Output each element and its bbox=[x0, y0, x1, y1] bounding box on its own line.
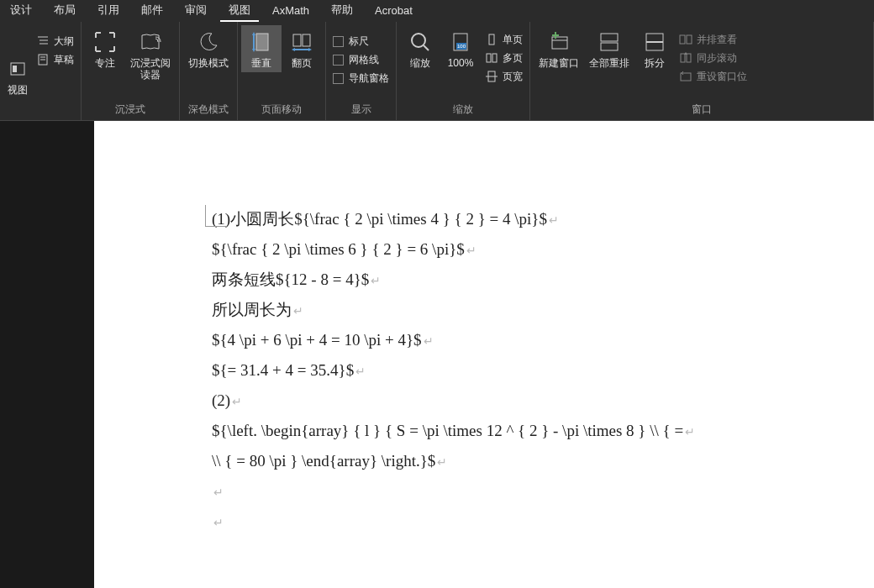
moon-icon bbox=[195, 29, 222, 55]
arrange-all-icon bbox=[596, 29, 623, 55]
svg-point-17 bbox=[412, 34, 425, 47]
doc-line: ${\left. \begin{array} { l } { S = \pi \… bbox=[145, 417, 840, 447]
views-button[interactable]: 视图 bbox=[3, 52, 32, 99]
zoom-icon bbox=[407, 29, 434, 55]
navpane-label: 导航窗格 bbox=[349, 71, 389, 86]
switch-label: 切换模式 bbox=[188, 57, 229, 69]
cursor-indicator bbox=[205, 205, 227, 227]
new-window-icon bbox=[545, 29, 572, 55]
flip-label: 翻页 bbox=[292, 57, 312, 69]
vertical-label: 垂直 bbox=[251, 57, 271, 69]
zoom-button[interactable]: 缩放 bbox=[400, 25, 440, 72]
split-icon bbox=[641, 29, 668, 55]
side-by-side-button[interactable]: 并排查看 bbox=[675, 30, 750, 49]
ruler-checkbox[interactable]: 标尺 bbox=[329, 32, 392, 50]
focus-label: 专注 bbox=[95, 57, 115, 69]
return-mark: ↵ bbox=[424, 335, 434, 348]
doc-line: (1)小圆周长${\frac { 2 \pi \times 4 } { 2 } … bbox=[145, 205, 840, 235]
menu-references[interactable]: 引用 bbox=[89, 0, 128, 22]
sync-scroll-button[interactable]: 同步滚动 bbox=[675, 49, 750, 67]
checkbox-icon bbox=[333, 36, 344, 47]
arrange-all-button[interactable]: 全部重排 bbox=[584, 25, 634, 72]
reset-window-button[interactable]: 重设窗口位 bbox=[675, 67, 750, 86]
views-icon bbox=[4, 55, 31, 82]
single-page-icon bbox=[484, 32, 499, 47]
focus-button[interactable]: 专注 bbox=[85, 25, 125, 72]
menu-mailings[interactable]: 邮件 bbox=[133, 0, 171, 22]
svg-rect-8 bbox=[256, 34, 268, 50]
menu-acrobat[interactable]: Acrobat bbox=[366, 2, 421, 21]
svg-rect-35 bbox=[680, 35, 685, 44]
document-page[interactable]: (1)小圆周长${\frac { 2 \pi \times 4 } { 2 } … bbox=[94, 121, 874, 588]
return-mark: ↵ bbox=[213, 486, 224, 499]
group-pagemove: 垂直 翻页 页面移动 bbox=[238, 22, 326, 120]
group-darkmode: 切换模式 深色模式 bbox=[180, 22, 238, 120]
doc-line: 两条短线${12 - 8 = 4}$↵ bbox=[145, 265, 840, 296]
draft-label: 草稿 bbox=[54, 53, 74, 67]
switch-mode-button[interactable]: 切换模式 bbox=[183, 25, 234, 72]
return-mark: ↵ bbox=[437, 456, 447, 469]
menu-design[interactable]: 设计 bbox=[2, 0, 40, 22]
side-by-side-label: 并排查看 bbox=[697, 33, 737, 47]
checkbox-icon bbox=[333, 55, 344, 66]
doc-line: \\ { = 80 \pi } \end{array} \right.}$↵ bbox=[145, 447, 840, 477]
hundred-label: 100% bbox=[448, 57, 474, 69]
doc-line: (2)↵ bbox=[145, 386, 840, 417]
zoom-label: 缩放 bbox=[410, 57, 430, 69]
split-button[interactable]: 拆分 bbox=[634, 25, 675, 72]
svg-rect-31 bbox=[601, 34, 618, 41]
doc-line: ${\frac { 2 \pi \times 6 } { 2 } = 6 \pi… bbox=[145, 235, 840, 265]
doc-line: ${= 31.4 + 4 = 35.4}$↵ bbox=[145, 356, 840, 386]
page-width-label: 页宽 bbox=[503, 70, 523, 84]
page-width-button[interactable]: 页宽 bbox=[481, 67, 526, 86]
svg-rect-12 bbox=[293, 34, 301, 46]
menu-help[interactable]: 帮助 bbox=[323, 0, 361, 22]
return-mark: ↵ bbox=[466, 244, 476, 257]
group-display: 标尺 网格线 导航窗格 显示 bbox=[326, 22, 397, 120]
navpane-checkbox[interactable]: 导航窗格 bbox=[329, 69, 392, 87]
group-views: 视图 大纲 草稿 bbox=[0, 22, 82, 120]
hundred-button[interactable]: 100 100% bbox=[440, 25, 481, 72]
menu-review[interactable]: 审阅 bbox=[176, 0, 215, 22]
svg-rect-32 bbox=[601, 43, 618, 50]
group-immersive: 专注 沉浸式阅读器 沉浸式 bbox=[82, 22, 180, 120]
single-page-label: 单页 bbox=[503, 33, 523, 47]
menu-axmath[interactable]: AxMath bbox=[264, 2, 318, 21]
draft-button[interactable]: 草稿 bbox=[32, 50, 77, 69]
return-mark: ↵ bbox=[232, 396, 242, 408]
gridlines-checkbox[interactable]: 网格线 bbox=[329, 50, 392, 69]
split-label: 拆分 bbox=[645, 57, 665, 69]
views-label: 视图 bbox=[8, 84, 28, 96]
vertical-button[interactable]: 垂直 bbox=[241, 25, 282, 72]
svg-rect-1 bbox=[13, 66, 17, 72]
immersive-group-label: 沉浸式 bbox=[85, 99, 176, 120]
reset-window-icon bbox=[678, 69, 693, 84]
multi-page-button[interactable]: 多页 bbox=[481, 49, 526, 67]
return-mark: ↵ bbox=[355, 365, 366, 378]
reader-icon bbox=[137, 29, 164, 55]
menu-layout[interactable]: 布局 bbox=[45, 0, 84, 22]
menubar: 设计 布局 引用 邮件 审阅 视图 AxMath 帮助 Acrobat bbox=[0, 0, 874, 22]
svg-rect-22 bbox=[489, 34, 494, 45]
doc-line: 所以周长为↵ bbox=[145, 296, 840, 326]
display-group-label: 显示 bbox=[329, 99, 392, 120]
single-page-button[interactable]: 单页 bbox=[481, 30, 526, 49]
flip-button[interactable]: 翻页 bbox=[282, 25, 322, 72]
workspace: (1)小圆周长${\frac { 2 \pi \times 4 } { 2 } … bbox=[0, 121, 874, 588]
arrange-all-label: 全部重排 bbox=[589, 57, 629, 69]
new-window-button[interactable]: 新建窗口 bbox=[534, 25, 584, 72]
outline-icon bbox=[35, 34, 50, 49]
svg-marker-11 bbox=[252, 49, 255, 52]
svg-marker-16 bbox=[308, 48, 312, 51]
page-width-icon bbox=[484, 69, 499, 84]
svg-rect-13 bbox=[303, 34, 310, 46]
sync-scroll-icon bbox=[678, 50, 693, 66]
menu-view[interactable]: 视图 bbox=[220, 0, 259, 22]
immersive-reader-button[interactable]: 沉浸式阅读器 bbox=[125, 25, 176, 84]
outline-button[interactable]: 大纲 bbox=[32, 32, 77, 50]
darkmode-group-label: 深色模式 bbox=[183, 99, 234, 120]
return-mark: ↵ bbox=[293, 305, 303, 318]
window-group-label: 窗口 bbox=[534, 99, 870, 120]
svg-rect-23 bbox=[487, 54, 491, 62]
vertical-icon bbox=[248, 29, 275, 55]
